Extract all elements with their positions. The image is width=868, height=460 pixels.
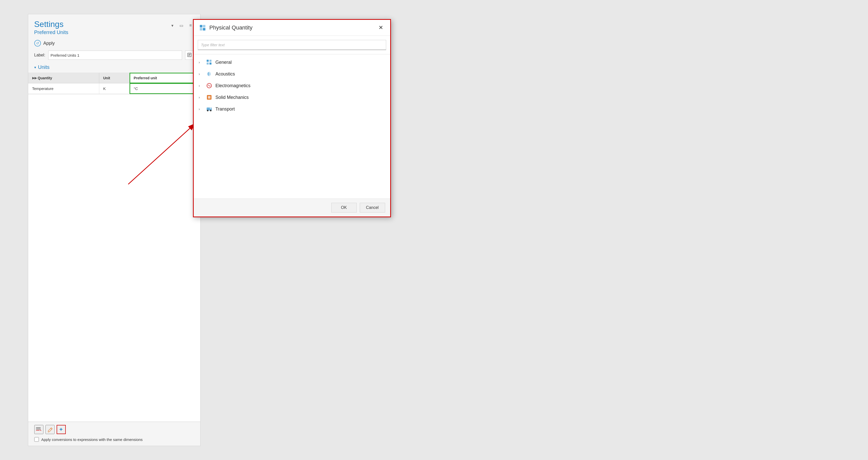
tree-icon-solid-mechanics — [206, 94, 213, 100]
tree-label-solid-mechanics: Solid Mechanics — [216, 95, 249, 100]
tree-icon-general — [206, 59, 213, 65]
double-arrow-icon: ▶▶ — [32, 76, 37, 80]
preferred-unit-cell[interactable]: °C ▼ — [130, 83, 201, 94]
tree-label-general: General — [216, 60, 232, 65]
settings-panel: Settings Preferred Units ▾ ▭ ≡ ↺ Apply L… — [28, 14, 200, 446]
add-toolbar-btn[interactable]: + — [57, 425, 66, 434]
apply-row: ↺ Apply — [28, 38, 200, 49]
svg-rect-12 — [203, 25, 206, 27]
checkbox-row: Apply conversions to expressions with th… — [28, 437, 200, 446]
settings-subtitle: Preferred Units — [34, 29, 68, 35]
units-section-title: Units — [38, 64, 50, 70]
apply-conversions-checkbox[interactable] — [34, 437, 39, 442]
tree-chevron-acoustics: › — [199, 72, 203, 76]
dialog-title-left: Physical Quantity — [199, 24, 253, 31]
header-icons: ▾ ▭ ≡ — [169, 22, 194, 29]
label-prefix: Label: — [34, 53, 45, 57]
svg-rect-21 — [208, 96, 211, 98]
svg-point-23 — [207, 110, 209, 111]
svg-rect-15 — [207, 60, 209, 62]
dropdown-icon[interactable]: ▾ — [169, 22, 176, 29]
quantity-cell: Temperature — [28, 83, 99, 94]
tree-icon-electromagnetics — [206, 82, 213, 89]
dialog-title-icon — [199, 24, 207, 31]
tree-label-electromagnetics: Electromagnetics — [216, 83, 251, 88]
tree-item-transport[interactable]: › Transport — [194, 103, 390, 115]
maximize-icon[interactable]: ▭ — [178, 22, 185, 29]
tree-icon-acoustics — [206, 70, 213, 77]
dialog-title-text: Physical Quantity — [210, 24, 253, 31]
apply-text[interactable]: Apply — [43, 41, 55, 46]
unit-cell: K — [99, 83, 130, 94]
table-row: Temperature K °C ▼ — [28, 83, 200, 94]
svg-line-7 — [40, 430, 41, 431]
svg-rect-14 — [203, 28, 206, 30]
svg-point-24 — [210, 110, 212, 111]
tree-item-electromagnetics[interactable]: › Electromagnetics — [194, 80, 390, 91]
table-header-row: ▶▶ Quantity Unit Preferred unit — [28, 73, 200, 83]
svg-line-8 — [51, 428, 52, 429]
svg-rect-13 — [200, 28, 202, 30]
dialog-cancel-btn[interactable]: Cancel — [360, 203, 385, 212]
label-input[interactable] — [48, 51, 182, 60]
tree-chevron-transport: › — [199, 107, 203, 111]
svg-rect-17 — [207, 62, 209, 64]
tree-chevron-general: › — [199, 60, 203, 64]
pencil-toolbar-btn[interactable] — [45, 425, 55, 434]
svg-rect-25 — [210, 108, 211, 109]
units-table: ▶▶ Quantity Unit Preferred unit Temperat… — [28, 73, 200, 94]
dialog-titlebar: Physical Quantity ✕ — [194, 20, 390, 36]
physical-quantity-dialog: Physical Quantity ✕ › General — [193, 19, 391, 217]
tree-label-acoustics: Acoustics — [216, 71, 235, 77]
label-row: Label: — [28, 49, 200, 62]
lines-toolbar-btn[interactable] — [34, 425, 43, 434]
settings-title: Settings — [34, 19, 68, 29]
apply-conversions-label: Apply conversions to expressions with th… — [41, 437, 143, 442]
tree-chevron-electromagnetics: › — [199, 84, 203, 88]
tree-chevron-solid-mechanics: › — [199, 95, 203, 99]
dialog-tree: › General › — [194, 54, 390, 199]
unit-column-header: Unit — [99, 73, 130, 83]
settings-header: Settings Preferred Units ▾ ▭ ≡ — [28, 14, 200, 38]
preferred-unit-column-header: Preferred unit — [130, 73, 201, 83]
dialog-filter-input[interactable] — [198, 40, 386, 50]
table-empty-area — [28, 94, 200, 422]
svg-rect-16 — [210, 60, 212, 62]
svg-rect-18 — [210, 62, 212, 64]
tree-icon-transport — [206, 106, 213, 112]
dialog-close-btn[interactable]: ✕ — [376, 24, 385, 31]
apply-icon: ↺ — [34, 40, 41, 47]
tree-label-transport: Transport — [216, 107, 235, 112]
bottom-toolbar: + — [28, 422, 200, 437]
units-section-header[interactable]: ▾ Units — [28, 62, 200, 73]
tree-item-solid-mechanics[interactable]: › Solid Mechanics — [194, 91, 390, 103]
dialog-ok-btn[interactable]: OK — [331, 203, 357, 212]
dialog-footer: OK Cancel — [194, 199, 390, 217]
tree-item-general[interactable]: › General — [194, 56, 390, 68]
tree-item-acoustics[interactable]: › Acoustics — [194, 68, 390, 80]
units-chevron-icon: ▾ — [34, 65, 36, 69]
settings-title-group: Settings Preferred Units — [34, 19, 68, 35]
quantity-column-header: ▶▶ Quantity — [28, 73, 99, 83]
svg-rect-11 — [200, 25, 202, 27]
